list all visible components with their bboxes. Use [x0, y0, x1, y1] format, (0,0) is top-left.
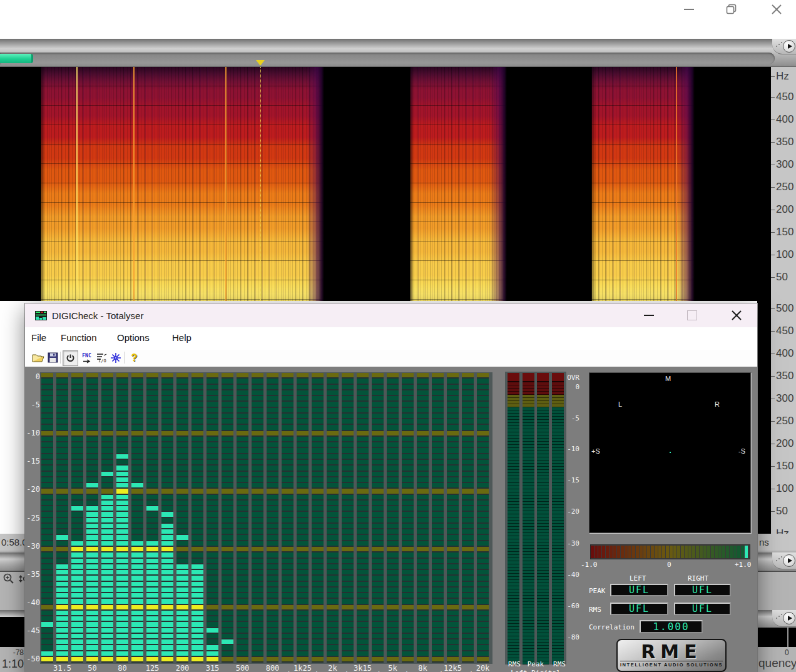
- spectrum-segment: [56, 657, 68, 663]
- spectrum-segment: [372, 460, 384, 466]
- pane-menu-button[interactable]: [783, 554, 795, 567]
- spectrum-segment: [327, 431, 339, 437]
- spectrum-segment: [297, 495, 309, 501]
- spectrum-segment: [342, 402, 354, 407]
- spectrum-segment: [101, 379, 113, 384]
- power-button[interactable]: [63, 350, 78, 366]
- spectrum-segment: [176, 396, 188, 402]
- spectrum-segment: [161, 437, 173, 442]
- spectrum-segment: [101, 512, 113, 517]
- correlation-segment: [688, 546, 691, 558]
- spectrum-segment: [387, 570, 399, 576]
- spectrum-segment: [56, 501, 68, 506]
- spectrum-segment: [312, 564, 324, 570]
- spectrum-segment: [417, 651, 429, 657]
- spectrum-segment: [207, 547, 218, 552]
- spectrum-segment: [432, 501, 444, 506]
- spectrum-segment: [116, 582, 128, 588]
- pane-grip[interactable]: [776, 556, 782, 563]
- spectrum-segment: [327, 373, 339, 379]
- host-minimize-button[interactable]: [675, 0, 703, 19]
- scope-trace-dot: [670, 452, 671, 453]
- spectrum-segment: [131, 651, 143, 657]
- spectrum-segment: [146, 495, 158, 501]
- spectrum-bar: [207, 373, 218, 663]
- spectrum-segment: [146, 448, 158, 454]
- pane-grip[interactable]: [776, 614, 782, 620]
- spectrum-segment: [207, 588, 218, 593]
- zoom-tool-button[interactable]: [3, 573, 15, 588]
- spectrum-segment: [372, 564, 384, 570]
- brightness-button[interactable]: [109, 351, 122, 364]
- spectrum-segment: [387, 466, 399, 471]
- spectrum-segment: [101, 541, 113, 547]
- spectrum-segment: [237, 385, 248, 390]
- spectrum-segment: [282, 483, 293, 489]
- peak-left-value: UFL: [610, 584, 668, 596]
- digicheck-minimize-button[interactable]: [644, 315, 654, 316]
- spectrum-segment: [71, 518, 83, 524]
- spectrum-segment: [387, 582, 399, 588]
- correlation-segment: [741, 546, 744, 558]
- spectrum-segment: [462, 402, 474, 407]
- pane-menu-button[interactable]: [783, 40, 795, 53]
- spectrum-segment: [237, 518, 248, 524]
- spectrum-segment: [71, 634, 83, 639]
- save-button[interactable]: [46, 351, 59, 364]
- scrollbar-thumb[interactable]: [0, 54, 33, 63]
- spectrum-segment: [447, 622, 459, 628]
- correlation-segment: [718, 546, 722, 558]
- spectrum-segment: [207, 466, 218, 471]
- help-button[interactable]: ?: [128, 351, 141, 364]
- menu-help[interactable]: Help: [172, 332, 191, 343]
- spectrum-segment: [222, 373, 233, 379]
- spectrum-segment: [327, 460, 339, 466]
- spectrum-segment: [131, 472, 143, 477]
- spectrum-segment: [41, 570, 53, 576]
- digicheck-titlebar[interactable]: DIGICheck - Totalyser: [25, 303, 757, 327]
- spectrum-segment: [207, 431, 218, 437]
- spectrum-segment: [56, 477, 68, 483]
- spectrum-segment: [357, 495, 369, 501]
- spectrum-segment: [282, 593, 293, 599]
- spectrum-segment: [312, 524, 324, 529]
- spectrum-segment: [252, 402, 263, 407]
- spectrum-segment: [477, 657, 489, 663]
- spectrum-segment: [402, 576, 414, 581]
- horizontal-scrollbar[interactable]: [0, 53, 775, 64]
- host-close-button[interactable]: [762, 0, 791, 19]
- open-button[interactable]: [31, 351, 44, 364]
- spectrum-segment: [282, 628, 293, 634]
- pane-grip[interactable]: [776, 42, 782, 48]
- spectrum-segment: [56, 373, 68, 379]
- spectrum-segment: [312, 634, 324, 639]
- menu-function[interactable]: Function: [61, 332, 97, 343]
- spectrum-segment: [161, 414, 173, 419]
- playhead-marker[interactable]: [256, 60, 265, 66]
- spectrum-segment: [327, 529, 339, 535]
- io-setup-button[interactable]: I/O: [95, 351, 108, 364]
- spectrum-segment: [402, 535, 414, 541]
- spectrum-segment: [237, 657, 248, 663]
- menu-file[interactable]: File: [31, 332, 46, 343]
- correlation-segment: [726, 546, 729, 558]
- spectrum-segment: [417, 535, 429, 541]
- spectrum-segment: [222, 437, 233, 442]
- spectrogram-view[interactable]: [0, 67, 771, 301]
- pane-menu-button[interactable]: [783, 612, 795, 624]
- spectrum-segment: [191, 373, 203, 379]
- spectrum-segment: [327, 576, 339, 581]
- spectrum-segment: [417, 477, 429, 483]
- spectrum-segment: [267, 628, 278, 634]
- spectrum-segment: [56, 611, 68, 616]
- spectrum-segment: [41, 564, 53, 570]
- host-restore-button[interactable]: [717, 0, 746, 19]
- digicheck-close-button[interactable]: [730, 309, 743, 322]
- fnc-button[interactable]: FNC: [80, 351, 93, 364]
- spectrum-segment: [146, 483, 158, 489]
- spectrum-segment: [387, 512, 399, 517]
- menu-options[interactable]: Options: [117, 332, 150, 343]
- digicheck-maximize-button[interactable]: [687, 310, 697, 320]
- spectrum-segment: [327, 611, 339, 616]
- spectrum-segment: [207, 460, 218, 466]
